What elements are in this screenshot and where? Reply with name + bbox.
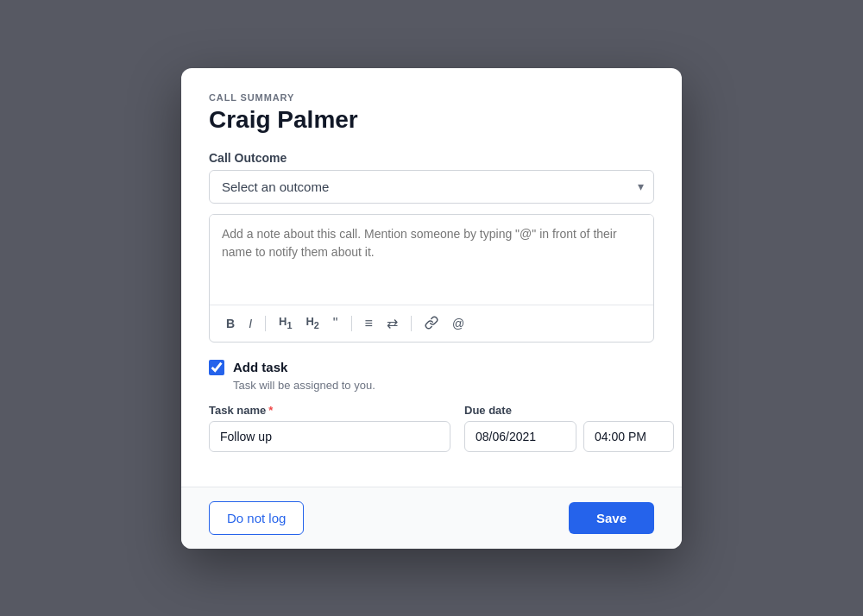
add-task-header: Add task [209,360,654,375]
h1-button[interactable]: H1 [274,312,296,333]
toolbar-divider-2 [351,316,352,331]
call-summary-modal: CALL SUMMARY Craig Palmer Call Outcome S… [181,68,682,549]
save-button[interactable]: Save [569,502,654,534]
add-task-title: Add task [233,360,287,374]
quote-button[interactable]: " [329,313,343,334]
add-task-section: Add task Task will be assigned to you. T… [209,360,654,452]
modal-footer: Do not log Save [181,487,682,549]
required-star: * [268,404,273,417]
h2-button[interactable]: H2 [301,312,323,333]
task-fields: Task name* Due date [209,404,654,452]
toolbar-divider-1 [265,316,266,331]
task-assign-note: Task will be assigned to you. [233,379,654,392]
link-button[interactable] [420,312,443,335]
note-textarea[interactable] [210,215,653,301]
note-editor: B I H1 H2 " ≡ ⇄ @ [209,214,654,343]
do-not-log-button[interactable]: Do not log [209,501,304,535]
outcome-select-wrapper: Select an outcome Answered Left voicemai… [209,170,654,204]
task-name-group: Task name* [209,404,450,452]
italic-button[interactable]: I [244,314,256,333]
mention-button[interactable]: @ [448,314,469,333]
due-date-label: Due date [464,404,674,417]
call-summary-label: CALL SUMMARY [209,92,654,103]
outcome-select[interactable]: Select an outcome Answered Left voicemai… [209,170,654,204]
call-outcome-label: Call Outcome [209,151,654,165]
due-date-input[interactable] [464,421,576,452]
due-date-inputs [464,421,674,452]
modal-body: CALL SUMMARY Craig Palmer Call Outcome S… [181,68,682,487]
unordered-list-button[interactable]: ≡ [361,313,377,334]
task-name-label: Task name* [209,404,450,417]
due-time-input[interactable] [583,421,674,452]
bold-button[interactable]: B [222,314,239,333]
modal-overlay: CALL SUMMARY Craig Palmer Call Outcome S… [0,0,863,616]
add-task-checkbox[interactable] [209,360,224,375]
editor-toolbar: B I H1 H2 " ≡ ⇄ @ [210,305,653,342]
task-name-input[interactable] [209,421,450,452]
toolbar-divider-3 [411,316,412,331]
contact-name: Craig Palmer [209,106,654,134]
ordered-list-button[interactable]: ⇄ [382,313,402,334]
due-date-group: Due date [464,404,674,452]
